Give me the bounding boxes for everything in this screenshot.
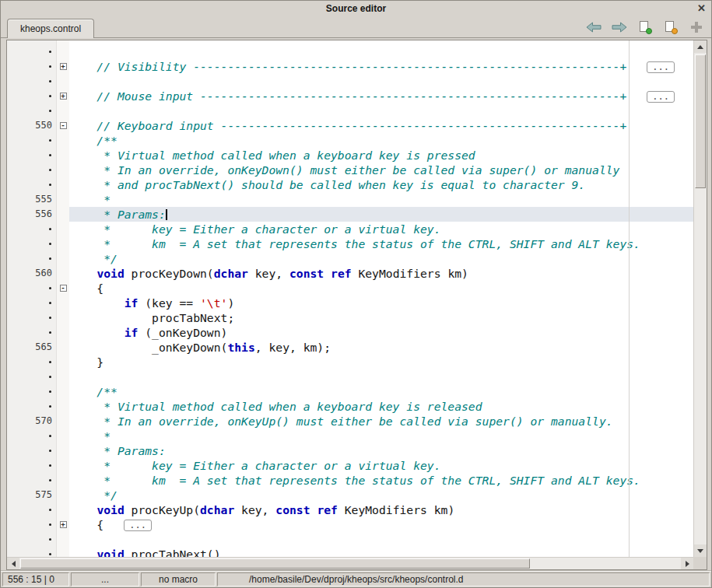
code-text[interactable]: { [69, 281, 693, 296]
code-line[interactable]: /** [7, 384, 693, 399]
code-viewport[interactable]: + // Visibility ------------------------… [7, 40, 693, 557]
code-text[interactable]: * [69, 429, 693, 443]
code-text[interactable]: // Keyboard input ----------------------… [69, 118, 693, 133]
code-text[interactable]: void procKeyDown(dchar key, const ref Ke… [69, 266, 693, 281]
code-line[interactable]: * and procTabNext() should be called whe… [7, 177, 693, 192]
code-text[interactable]: procTabNext; [69, 310, 693, 325]
code-text[interactable] [69, 44, 693, 59]
line-dot-icon [49, 169, 51, 171]
code-text[interactable]: * Params: [69, 443, 693, 458]
code-text[interactable]: * Params: [69, 207, 693, 222]
fold-margin-cell[interactable]: + [57, 89, 69, 103]
code-line[interactable] [7, 74, 693, 89]
code-line[interactable]: */ [7, 251, 693, 266]
code-line[interactable]: void procTabNext() [7, 547, 693, 557]
scroll-left-button[interactable] [7, 558, 19, 569]
tab-kheops-control[interactable]: kheops.control [7, 19, 94, 38]
go-back-icon[interactable] [585, 19, 602, 35]
vertical-scrollbar-thumb[interactable] [695, 54, 706, 188]
code-text[interactable]: void procKeyUp(dchar key, const ref KeyM… [69, 502, 693, 517]
code-text[interactable]: // Mouse input -------------------------… [69, 89, 693, 103]
folded-code-ellipsis[interactable]: ... [124, 520, 152, 531]
code-line[interactable]: if (key == '\t') [7, 296, 693, 310]
fold-margin-cell[interactable]: + [57, 517, 69, 532]
code-text[interactable]: * Virtual method called when a keyboard … [69, 399, 693, 414]
code-text[interactable]: */ [69, 488, 693, 502]
scroll-up-button[interactable] [694, 40, 707, 53]
code-text[interactable]: /** [69, 384, 693, 399]
fold-toggle-icon[interactable]: + [60, 93, 67, 100]
fold-toggle-icon[interactable]: + [60, 63, 67, 70]
code-text[interactable]: // Visibility --------------------------… [69, 59, 693, 74]
code-text[interactable]: * key = Either a character or a virtual … [69, 458, 693, 473]
code-text[interactable]: {... [69, 517, 693, 532]
code-line[interactable]: 565 _onKeyDown(this, key, km); [7, 340, 693, 355]
fold-toggle-icon[interactable]: - [60, 122, 67, 129]
close-icon[interactable]: ✕ [697, 2, 706, 14]
code-line[interactable]: /** [7, 133, 693, 148]
split-view-icon[interactable] [688, 19, 705, 35]
code-text[interactable] [69, 532, 693, 547]
code-line[interactable] [7, 369, 693, 384]
code-line[interactable]: + {... [7, 517, 693, 532]
fold-toggle-icon[interactable]: + [60, 521, 67, 528]
code-line[interactable]: * Virtual method called when a keyboard … [7, 148, 693, 163]
code-line[interactable]: * key = Either a character or a virtual … [7, 222, 693, 236]
code-text[interactable]: if (key == '\t') [69, 296, 693, 310]
code-line[interactable]: } [7, 355, 693, 369]
vertical-scrollbar[interactable] [693, 40, 707, 557]
code-line[interactable]: void procKeyUp(dchar key, const ref KeyM… [7, 502, 693, 517]
code-text[interactable]: * Virtual method called when a keyboard … [69, 148, 693, 163]
go-forward-icon[interactable] [611, 19, 628, 35]
code-line[interactable]: + // Visibility ------------------------… [7, 59, 693, 74]
scroll-down-button[interactable] [694, 544, 707, 557]
code-text[interactable]: * In an override, onKeyUp() must either … [69, 414, 693, 429]
code-text[interactable]: * In an override, onKeyDown() must eithe… [69, 163, 693, 177]
horizontal-scrollbar-thumb[interactable] [20, 558, 530, 569]
code-line[interactable]: if (_onKeyDown) [7, 325, 693, 340]
code-line[interactable]: 570 * In an override, onKeyUp() must eit… [7, 414, 693, 429]
code-line[interactable]: 555 * [7, 192, 693, 207]
code-line[interactable] [7, 103, 693, 118]
code-line[interactable]: 560 void procKeyDown(dchar key, const re… [7, 266, 693, 281]
code-text[interactable] [69, 369, 693, 384]
code-line[interactable]: * In an override, onKeyDown() must eithe… [7, 163, 693, 177]
code-line[interactable]: * km = A set that represents the status … [7, 236, 693, 251]
code-line[interactable]: + // Mouse input -----------------------… [7, 89, 693, 103]
code-line[interactable]: * Virtual method called when a keyboard … [7, 399, 693, 414]
code-line[interactable]: 550- // Keyboard input -----------------… [7, 118, 693, 133]
fold-margin-cell[interactable]: - [57, 118, 69, 133]
code-text[interactable]: void procTabNext() [69, 547, 693, 557]
horizontal-scrollbar[interactable] [7, 557, 693, 569]
fold-margin-cell[interactable]: - [57, 281, 69, 296]
folded-code-ellipsis[interactable]: ... [647, 61, 675, 73]
folded-code-ellipsis[interactable]: ... [647, 91, 675, 103]
code-line[interactable]: - { [7, 281, 693, 296]
code-line[interactable]: * [7, 429, 693, 443]
code-text[interactable]: * key = Either a character or a virtual … [69, 222, 693, 236]
code-line[interactable]: procTabNext; [7, 310, 693, 325]
code-line[interactable] [7, 532, 693, 547]
code-text[interactable]: if (_onKeyDown) [69, 325, 693, 340]
code-text[interactable]: /** [69, 133, 693, 148]
remove-page-icon[interactable] [662, 19, 679, 35]
code-text[interactable]: _onKeyDown(this, key, km); [69, 340, 693, 355]
code-line[interactable]: * Params: [7, 443, 693, 458]
code-line[interactable]: * key = Either a character or a virtual … [7, 458, 693, 473]
code-text[interactable]: * [69, 192, 693, 207]
fold-margin-cell[interactable]: + [57, 59, 69, 74]
code-line[interactable]: * km = A set that represents the status … [7, 473, 693, 488]
code-text[interactable]: * km = A set that represents the status … [69, 236, 693, 251]
code-text[interactable] [69, 103, 693, 118]
fold-toggle-icon[interactable]: - [60, 285, 67, 292]
code-text[interactable] [69, 74, 693, 89]
add-page-icon[interactable] [637, 19, 654, 35]
code-text[interactable]: * km = A set that represents the status … [69, 473, 693, 488]
code-line[interactable] [7, 44, 693, 59]
code-text[interactable]: */ [69, 251, 693, 266]
code-line[interactable]: 556 * Params: [7, 207, 693, 222]
code-line[interactable]: 575 */ [7, 488, 693, 502]
code-text[interactable]: } [69, 355, 693, 369]
scroll-right-button[interactable] [681, 558, 693, 569]
code-text[interactable]: * and procTabNext() should be called whe… [69, 177, 693, 192]
